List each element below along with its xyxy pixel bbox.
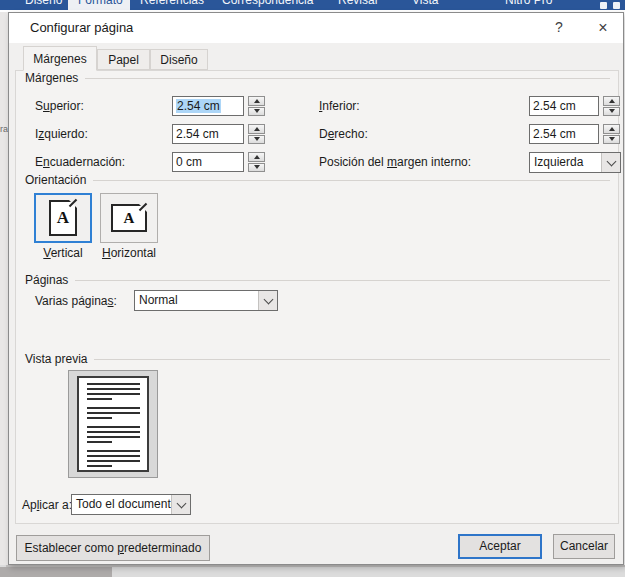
ribbon-tab-vista[interactable]: Vista	[412, 0, 438, 7]
dropdown-arrow-button[interactable]	[171, 495, 190, 514]
tab-papel[interactable]: Papel	[97, 49, 150, 70]
cancel-button[interactable]: Cancelar	[553, 534, 615, 559]
spinner-up-button[interactable]	[248, 124, 265, 134]
preview-line	[87, 460, 140, 462]
derecho-value: 2.54 cm	[533, 127, 576, 141]
separator-line	[93, 180, 610, 181]
derecho-label: Derecho:	[319, 124, 368, 144]
margins-group-label: Márgenes	[25, 71, 78, 85]
chevron-down-icon	[263, 294, 273, 304]
triangle-up-icon	[254, 99, 260, 103]
spinner-down-button[interactable]	[248, 135, 265, 145]
orientation-group-header: Orientación	[25, 173, 610, 187]
spinner-up-button[interactable]	[248, 96, 265, 106]
preview-line	[87, 388, 140, 390]
inferior-value: 2.54 cm	[533, 99, 576, 113]
background-text-fragment: ra	[0, 124, 8, 134]
preview-page	[77, 376, 149, 472]
margins-group-header: Márgenes	[25, 71, 610, 85]
ribbon-tab-formato[interactable]: Formato	[78, 0, 123, 7]
separator-line	[85, 78, 610, 79]
inferior-spinner	[603, 96, 620, 116]
triangle-down-icon	[254, 109, 260, 113]
triangle-down-icon	[254, 165, 260, 169]
ribbon-tabs-bar: Diseño Formato Referencias Correspondenc…	[0, 0, 625, 10]
aplicar-a-dropdown[interactable]: Todo el documento	[71, 494, 191, 515]
superior-value-selected: 2.54 cm	[176, 99, 221, 113]
separator-line	[75, 280, 610, 281]
preview-line	[87, 412, 140, 414]
ribbon-tab-nitro-pro[interactable]: Nitro Pro	[505, 0, 552, 7]
orientation-group-label: Orientación	[25, 173, 86, 187]
ribbon-tab-diseno[interactable]: Diseño	[25, 0, 62, 7]
triangle-down-icon	[609, 137, 615, 141]
dropdown-arrow-button[interactable]	[601, 153, 620, 172]
superior-input[interactable]: 2.54 cm	[172, 96, 244, 116]
document-preview	[68, 370, 158, 478]
inferior-input[interactable]: 2.54 cm	[529, 96, 599, 116]
spinner-down-button[interactable]	[248, 107, 265, 117]
preview-line	[87, 450, 140, 452]
encuadernacion-label: Encuadernación:	[35, 152, 125, 172]
ribbon-tab-revisar[interactable]: Revisar	[338, 0, 379, 7]
orientation-vertical-tile[interactable]: A	[34, 193, 92, 243]
tab-diseno[interactable]: Diseño	[150, 49, 208, 70]
izquierdo-input[interactable]: 2.54 cm	[172, 124, 244, 144]
preview-line	[87, 465, 112, 467]
spinner-down-button[interactable]	[603, 107, 620, 117]
derecho-input[interactable]: 2.54 cm	[529, 124, 599, 144]
help-button[interactable]: ?	[543, 13, 575, 43]
ribbon-extra-icon[interactable]	[613, 2, 620, 9]
spinner-down-button[interactable]	[603, 135, 620, 145]
ribbon-tab-correspondencia[interactable]: Correspondencia	[222, 0, 313, 7]
background-block	[0, 567, 112, 577]
spinner-down-button[interactable]	[248, 163, 265, 173]
page-setup-dialog: Configurar página ? × Márgenes Papel Dis…	[8, 12, 624, 565]
triangle-down-icon	[254, 137, 260, 141]
preview-line	[87, 431, 140, 433]
horizontal-label: Horizontal	[100, 246, 158, 260]
encuadernacion-value: 0 cm	[176, 155, 202, 169]
pages-group-label: Páginas	[25, 273, 68, 287]
preview-line	[87, 441, 112, 443]
background-window-strip: ra	[0, 12, 8, 565]
varias-paginas-label: Varias páginas:	[35, 291, 117, 311]
spinner-up-button[interactable]	[603, 124, 620, 134]
triangle-up-icon	[609, 99, 615, 103]
varias-paginas-value: Normal	[135, 291, 258, 310]
izquierdo-value: 2.54 cm	[176, 127, 219, 141]
preview-line	[87, 383, 140, 385]
dropdown-arrow-button[interactable]	[258, 291, 277, 310]
separator-line	[94, 359, 610, 360]
dialog-title: Configurar página	[30, 13, 133, 43]
set-as-default-button[interactable]: Establecer como predeterminado	[16, 535, 210, 561]
close-icon[interactable]: ×	[587, 13, 619, 43]
triangle-up-icon	[254, 127, 260, 131]
ribbon-extra-icon[interactable]	[600, 2, 607, 9]
orientation-horizontal-tile[interactable]: A	[100, 193, 158, 243]
accept-button[interactable]: Aceptar	[458, 534, 542, 559]
chevron-down-icon	[176, 498, 186, 508]
spinner-up-button[interactable]	[603, 96, 620, 106]
preview-group-header: Vista previa	[25, 352, 610, 366]
triangle-down-icon	[609, 109, 615, 113]
vertical-label: Vertical	[34, 246, 92, 260]
superior-label: Superior:	[35, 96, 84, 116]
inferior-label: Inferior:	[319, 96, 360, 116]
izquierdo-label: Izquierdo:	[35, 124, 88, 144]
varias-paginas-dropdown[interactable]: Normal	[134, 290, 278, 311]
superior-spinner	[248, 96, 265, 116]
tab-margenes[interactable]: Márgenes	[23, 46, 97, 71]
encuadernacion-input[interactable]: 0 cm	[172, 152, 244, 172]
portrait-page-icon: A	[49, 200, 77, 236]
preview-line	[87, 398, 112, 400]
spinner-up-button[interactable]	[248, 152, 265, 162]
aplicar-a-label: Aplicar a:	[22, 495, 72, 515]
posicion-margen-dropdown[interactable]: Izquierda	[529, 152, 621, 173]
ribbon-tab-referencias[interactable]: Referencias	[140, 0, 204, 7]
preview-line	[87, 417, 112, 419]
background-bottom-strip	[0, 565, 625, 577]
aplicar-a-value: Todo el documento	[72, 495, 171, 514]
preview-group-label: Vista previa	[25, 352, 87, 366]
posicion-margen-label: Posición del margen interno:	[319, 152, 471, 172]
